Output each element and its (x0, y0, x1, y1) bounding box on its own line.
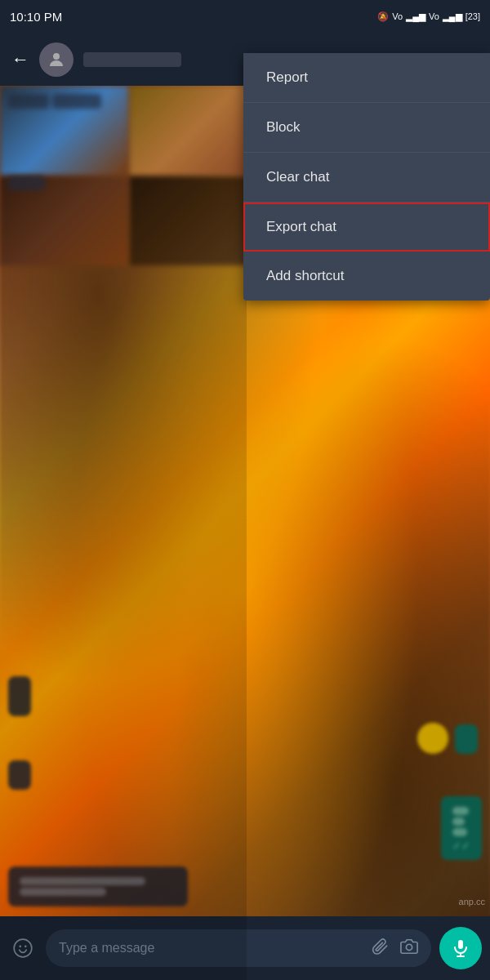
dropdown-menu: Report Block Clear chat Export chat Add … (243, 53, 490, 301)
watermark: anp.cc (459, 897, 485, 906)
tick-icon: ✓✓ (452, 840, 470, 852)
status-icons: 🔕 Vo ▂▄▆ Vo ▂▄▆ [23] (377, 11, 480, 22)
signal-vo2-icon: Vo (429, 11, 439, 21)
svg-point-0 (53, 53, 60, 60)
status-bar: 10:10 PM 🔕 Vo ▂▄▆ Vo ▂▄▆ [23] (0, 0, 490, 33)
attach-icon[interactable] (371, 938, 389, 960)
battery-icon: [23] (466, 11, 480, 21)
menu-item-clear-chat[interactable]: Clear chat (243, 153, 490, 203)
sent-bubble-2 (455, 724, 478, 754)
svg-rect-5 (458, 940, 463, 949)
camera-icon[interactable] (400, 938, 418, 960)
mute-icon: 🔕 (377, 11, 389, 22)
signal-bars2-icon: ▂▄▆ (443, 11, 462, 22)
contact-name (83, 52, 181, 67)
attachment-icons (371, 938, 418, 960)
menu-overlay (0, 86, 247, 980)
menu-item-block[interactable]: Block (243, 103, 490, 153)
menu-item-export-chat[interactable]: Export chat (243, 203, 490, 252)
avatar-circle (417, 723, 448, 754)
back-button[interactable]: ← (11, 49, 29, 70)
menu-item-report[interactable]: Report (243, 53, 490, 103)
signal-vo1-icon: Vo (392, 11, 403, 21)
svg-point-4 (406, 944, 412, 950)
avatar (39, 42, 74, 77)
signal-bars1-icon: ▂▄▆ (406, 11, 425, 22)
mic-button[interactable] (439, 927, 482, 969)
sent-bubble-3: ✓✓ (441, 796, 482, 860)
status-time: 10:10 PM (10, 10, 62, 24)
menu-item-add-shortcut[interactable]: Add shortcut (243, 252, 490, 301)
